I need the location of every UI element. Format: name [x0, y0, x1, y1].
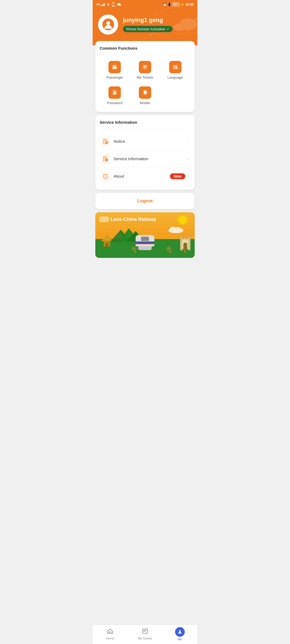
- vibrate-icon: 📳: [168, 3, 171, 6]
- about-chevron: ›: [188, 174, 189, 179]
- about-new-badge: New: [170, 173, 185, 179]
- svg-point-21: [145, 94, 145, 95]
- notice-icon: !: [101, 137, 110, 146]
- section-divider: [100, 54, 190, 54]
- about-icon: i: [101, 171, 110, 181]
- lcr-banner[interactable]: LCR Laos-China Railway: [95, 212, 195, 258]
- svg-point-18: [114, 93, 115, 93]
- notice-chevron: ›: [188, 139, 189, 144]
- profile-header: junying1 geng Phone Number Activated ✔: [93, 9, 197, 45]
- notice-svg: !: [103, 138, 108, 144]
- svg-rect-8: [143, 65, 147, 66]
- svg-rect-52: [188, 236, 191, 238]
- about-svg: i: [103, 173, 108, 179]
- phone-badge-text: Phone Number Activated: [126, 27, 165, 31]
- function-my-tickets[interactable]: My Tickets: [130, 59, 160, 82]
- banner-title-area: LCR Laos-China Railway: [100, 217, 156, 222]
- passenger-label: Passenger: [106, 75, 123, 79]
- svg-point-4: [113, 65, 115, 67]
- train-window: [141, 237, 149, 241]
- train-stripe-red: [136, 243, 154, 244]
- banner-train: [136, 235, 154, 250]
- data-speed: 24B/s: [112, 2, 115, 8]
- svg-marker-42: [106, 234, 108, 236]
- svg-rect-10: [143, 68, 146, 68]
- svg-rect-5: [115, 66, 116, 66]
- password-svg: [111, 89, 118, 96]
- banner-sky: LCR Laos-China Railway: [95, 212, 195, 258]
- mobile-svg: [142, 89, 148, 96]
- service-info-card: Service Information ! Notice › ✓: [95, 115, 195, 190]
- palm-tree-right: 🌴: [165, 246, 173, 250]
- svg-rect-41: [106, 243, 108, 247]
- my-tickets-icon: [139, 61, 151, 73]
- wifi-icon: [106, 3, 110, 6]
- user-silhouette-icon: [103, 20, 113, 29]
- banner-sun: [179, 216, 187, 224]
- common-functions-title: Common Functions: [100, 46, 190, 50]
- service-item-notice[interactable]: ! Notice ›: [100, 133, 190, 150]
- train-nose: [138, 246, 152, 250]
- function-password[interactable]: Password: [100, 84, 130, 107]
- common-functions-card: Common Functions Passenger: [95, 41, 195, 112]
- cloud-icon: [117, 3, 122, 6]
- banner-building-svg: [180, 236, 191, 250]
- passenger-icon: [108, 61, 121, 73]
- service-info-title: Service Information: [100, 120, 190, 125]
- alarm-icon: ⏰: [163, 3, 167, 6]
- banner-title-text: Laos-China Railway: [111, 217, 156, 222]
- battery-level: 85: [173, 3, 176, 6]
- status-bar: 4G 24B/s ⏰ 📳 85% ⚡ 15:46: [93, 0, 197, 9]
- function-passenger[interactable]: Passenger: [100, 59, 130, 82]
- svg-point-2: [106, 21, 110, 25]
- avatar-inner: [102, 19, 114, 30]
- mobile-label: Mobile: [140, 101, 150, 105]
- battery-icon: 85%: [172, 2, 180, 6]
- function-language[interactable]: Language: [160, 59, 190, 82]
- train-body: [136, 235, 154, 246]
- service-info-label: Service Information: [114, 156, 187, 161]
- about-label: About: [114, 174, 170, 178]
- phone-badge: Phone Number Activated ✔: [123, 26, 173, 32]
- svg-rect-9: [143, 67, 147, 67]
- svg-rect-14: [173, 68, 176, 68]
- avatar[interactable]: [98, 14, 118, 35]
- language-svg: [172, 64, 179, 70]
- profile-username: junying1 geng: [123, 17, 173, 24]
- mobile-icon: [139, 86, 151, 99]
- language-label: Language: [168, 75, 183, 79]
- service-info-svg: ✓: [103, 156, 108, 162]
- notice-label: Notice: [114, 139, 187, 144]
- svg-text:i: i: [105, 175, 106, 178]
- passenger-svg: [111, 64, 118, 70]
- svg-rect-25: [104, 140, 106, 140]
- tickets-svg: [142, 64, 148, 70]
- service-item-about[interactable]: i About New ›: [100, 168, 190, 185]
- svg-rect-51: [180, 236, 183, 238]
- my-tickets-label: My Tickets: [137, 75, 153, 79]
- status-left: 4G 24B/s: [96, 2, 122, 8]
- service-info-chevron: ›: [188, 156, 189, 161]
- svg-rect-13: [173, 67, 177, 67]
- check-icon: ✔: [166, 27, 169, 31]
- svg-text:✓: ✓: [106, 159, 107, 161]
- banner-cloud: [168, 226, 184, 233]
- profile-info: junying1 geng Phone Number Activated ✔: [123, 17, 173, 32]
- charging-icon: ⚡: [180, 3, 184, 6]
- svg-rect-26: [104, 141, 106, 141]
- svg-point-1: [173, 24, 185, 31]
- logout-button[interactable]: Logout: [95, 193, 195, 209]
- svg-rect-20: [144, 90, 146, 94]
- svg-rect-12: [173, 66, 177, 66]
- status-right: ⏰ 📳 85% ⚡ 15:46: [163, 2, 194, 6]
- svg-rect-31: [104, 158, 106, 159]
- function-mobile[interactable]: Mobile: [130, 84, 160, 107]
- signal-icon: [101, 3, 105, 6]
- service-item-service-info[interactable]: ✓ Service Information ›: [100, 150, 190, 168]
- service-divider: [100, 128, 190, 129]
- svg-point-37: [175, 227, 181, 232]
- password-label: Password: [107, 101, 122, 105]
- svg-rect-6: [115, 67, 116, 67]
- svg-rect-48: [188, 238, 190, 250]
- password-icon: [108, 86, 121, 99]
